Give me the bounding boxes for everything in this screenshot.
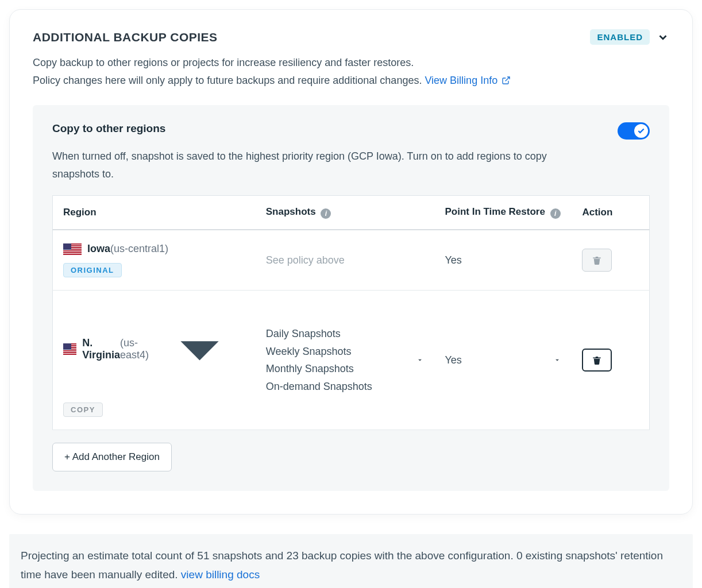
trash-icon (592, 355, 602, 365)
action-cell (572, 291, 649, 430)
snapshots-cell: See policy above (256, 230, 435, 291)
view-billing-docs-link[interactable]: view billing docs (181, 568, 260, 581)
snapshots-cell[interactable]: Daily SnapshotsWeekly SnapshotsMonthly S… (256, 291, 435, 430)
info-icon[interactable]: i (321, 208, 331, 219)
check-icon (637, 127, 645, 135)
snapshot-option: Daily Snapshots (266, 325, 372, 343)
snapshot-option: Monthly Snapshots (266, 360, 372, 378)
pit-cell: Yes (434, 230, 572, 291)
enabled-badge: ENABLED (590, 29, 650, 45)
add-region-button[interactable]: + Add Another Region (52, 443, 172, 471)
snapshots-text: See policy above (266, 254, 345, 266)
card-description: Copy backup to other regions or projects… (33, 54, 669, 89)
table-row: Iowa (us-central1)ORIGINALSee policy abo… (53, 230, 650, 291)
regions-table: Region Snapshots i Point In Time Restore… (52, 195, 650, 430)
external-link-icon (502, 76, 511, 85)
col-pit-label: Point In Time Restore (445, 206, 545, 217)
svg-line-0 (506, 77, 510, 81)
delete-region-button[interactable] (582, 349, 612, 372)
region-code: (us-central1) (110, 243, 168, 255)
region-cell: N. Virginia (us-east4)COPY (53, 291, 256, 430)
region-code: (us-east4) (120, 337, 154, 361)
snapshot-option: On-demand Snapshots (266, 378, 372, 396)
enabled-row[interactable]: ENABLED (590, 29, 669, 45)
caret-down-icon[interactable] (553, 356, 561, 364)
view-billing-info-text: View Billing Info (425, 75, 497, 86)
region-tag: ORIGINAL (63, 263, 122, 277)
region-name: N. Virginia (82, 337, 120, 361)
col-snapshots-label: Snapshots (266, 206, 316, 217)
card-header: ADDITIONAL BACKUP COPIES ENABLED (33, 29, 669, 45)
us-flag-icon (63, 243, 82, 255)
projection-banner: Projecting an estimate total count of 51… (9, 534, 693, 588)
region-name: Iowa (87, 243, 110, 255)
backup-copies-card: ADDITIONAL BACKUP COPIES ENABLED Copy ba… (9, 9, 693, 514)
panel-title: Copy to other regions (52, 122, 165, 135)
projection-text: Projecting an estimate total count of 51… (21, 550, 663, 580)
description-line2: Policy changes here will only apply to f… (33, 75, 425, 86)
table-row: N. Virginia (us-east4)COPYDaily Snapshot… (53, 291, 650, 430)
panel-header: Copy to other regions (52, 122, 650, 140)
col-region-header: Region (53, 196, 256, 230)
trash-icon (592, 255, 602, 265)
region-cell: Iowa (us-central1)ORIGINAL (53, 230, 256, 291)
card-title: ADDITIONAL BACKUP COPIES (33, 30, 218, 44)
caret-down-icon[interactable] (154, 303, 245, 394)
snapshot-option: Weekly Snapshots (266, 343, 372, 361)
copy-regions-toggle[interactable] (618, 122, 650, 140)
pit-value: Yes (445, 354, 461, 366)
pit-cell[interactable]: Yes (434, 291, 572, 430)
region-tag: COPY (63, 403, 103, 417)
delete-region-button[interactable] (582, 249, 612, 272)
col-pit-header: Point In Time Restore i (434, 196, 572, 230)
regions-panel: Copy to other regions When turned off, s… (33, 105, 669, 491)
view-billing-info-link[interactable]: View Billing Info (425, 75, 511, 86)
chevron-down-icon[interactable] (657, 31, 669, 44)
col-snapshots-header: Snapshots i (256, 196, 435, 230)
description-line1: Copy backup to other regions or projects… (33, 57, 414, 68)
col-action-header: Action (572, 196, 649, 230)
pit-value: Yes (445, 254, 461, 266)
us-flag-icon (63, 343, 76, 355)
info-icon[interactable]: i (550, 208, 561, 219)
action-cell (572, 230, 649, 291)
caret-down-icon[interactable] (416, 356, 424, 364)
panel-description: When turned off, snapshot is saved to th… (52, 148, 581, 183)
